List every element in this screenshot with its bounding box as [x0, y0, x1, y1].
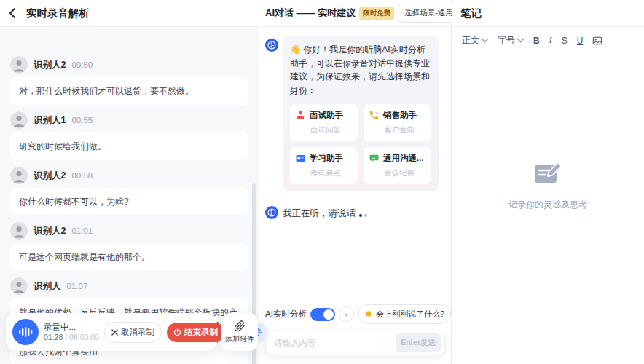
select-scene-button[interactable]: 选择场景-通用	[398, 4, 460, 23]
speaker-name: 识别人2	[34, 225, 66, 237]
ai-avatar	[265, 206, 278, 219]
ai-greeting-bubble: 👋 你好！我是你的听脑AI实时分析助手，可以在你录音对话中提供专业建议，为保证效…	[283, 36, 439, 191]
back-button[interactable]	[9, 6, 23, 20]
recording-time: 01:28 / 06:00:00	[44, 333, 99, 342]
ai-analysis-toggle[interactable]	[310, 308, 335, 321]
timestamp: 01:07	[67, 282, 88, 290]
speaker-avatar	[10, 222, 28, 240]
add-attachment-button[interactable]: 添加附件	[221, 313, 258, 351]
ai-chat-body: 👋 你好！我是你的听脑AI实时分析助手，可以在你录音对话中提供专业建议，为保证效…	[259, 27, 451, 300]
chat-input[interactable]	[274, 339, 391, 347]
transcript-entry: 识别人2 00:50 对，那什么时候我们才可以退货，要不然做。	[10, 56, 248, 105]
ai-message-listening: 我正在听，请说话	[265, 203, 445, 220]
ai-chat-title: AI对话 —— 实时建议	[265, 7, 356, 20]
transcript-entry: 识别人1 00:55 研究的时候给我们做。	[10, 111, 248, 160]
wave-emoji: 👋	[290, 44, 301, 55]
transcript-text: 研究的时候给我们做。	[10, 132, 248, 160]
recorder-bar: 录音中... 01:28 / 06:00:00 取消录制 结束录制 暂停	[6, 313, 217, 351]
speaker-avatar	[10, 167, 28, 184]
notes-empty-text: 记录你的灵感及思考	[508, 199, 587, 211]
cancel-record-button[interactable]: 取消录制	[104, 322, 162, 343]
recording-status: 录音中...	[44, 322, 99, 332]
transcript-entry: 识别人2 01:01 可是这个网页端就是有他的那个。	[10, 222, 248, 271]
ai-chat-panel: AI对话 —— 实时建议 限时免费 选择场景-通用 👋 你好！我是你的听脑AI实…	[259, 0, 452, 364]
prev-question-button[interactable]: ‹	[339, 306, 354, 322]
speaker-name: 识别人2	[34, 170, 66, 182]
note-pen-icon	[533, 161, 563, 189]
speaker-name: 识别人2	[34, 59, 66, 71]
timestamp: 00:58	[71, 171, 93, 180]
timestamp: 00:55	[71, 116, 93, 124]
listening-text: 我正在听，请说话	[283, 207, 367, 220]
power-icon	[173, 328, 181, 336]
typing-dots	[357, 209, 367, 219]
page-title: 实时录音解析	[26, 7, 90, 20]
transcript-text: 可是这个网页端就是有他的那个。	[10, 243, 248, 271]
person-icon	[10, 277, 28, 295]
assistant-card-study[interactable]: 学习助手 考试要点 ...	[290, 147, 358, 184]
brain-logo-icon	[267, 41, 276, 50]
notes-empty-state: 记录你的灵感及思考	[452, 7, 644, 364]
chevron-left-icon	[9, 8, 15, 18]
study-card-icon	[295, 153, 306, 164]
greeting-text: 👋 你好！我是你的听脑AI实时分析助手，可以在你录音对话中提供专业建议，为保证效…	[290, 43, 431, 97]
send-button[interactable]: Enter发送	[396, 333, 441, 352]
transcript-panel: 实时录音解析 识别人2 00:50 对，那什么时候我们才可以退货，要不然做。 识…	[0, 0, 259, 364]
ai-analysis-label: AI实时分析	[265, 309, 307, 320]
timestamp: 00:50	[71, 60, 93, 69]
person-icon	[10, 167, 28, 184]
quick-question-chip[interactable]: 会上刚刚说了什么?	[358, 304, 451, 324]
transcript-text: 你什么时候都不可以，为啥?	[10, 188, 248, 215]
assistant-cards: 面试助手 面试问答 ... 销售助手 客户意向 ...	[290, 104, 431, 184]
app-window: 实时录音解析 识别人2 00:50 对，那什么时候我们才可以退货，要不然做。 识…	[0, 0, 644, 364]
assistant-card-sales[interactable]: 销售助手 客户意向 ...	[364, 104, 431, 141]
person-icon	[10, 56, 28, 74]
timestamp: 01:01	[71, 226, 93, 235]
chat-input-box: Enter发送	[265, 331, 445, 355]
recording-indicator-button[interactable]	[12, 319, 39, 345]
brain-logo-icon	[267, 208, 276, 217]
speaker-avatar	[10, 277, 28, 295]
assistant-card-general[interactable]: 通用沟通... 会议纪要 ...	[364, 147, 431, 184]
ai-avatar	[265, 39, 278, 52]
transcript-entry: 识别人2 00:58 你什么时候都不可以，为啥?	[10, 167, 248, 215]
phone-icon	[369, 110, 380, 121]
person-icon	[10, 111, 28, 129]
ai-message: 👋 你好！我是你的听脑AI实时分析助手，可以在你录音对话中提供专业建议，为保证效…	[265, 36, 445, 191]
speaker-name: 识别人1	[34, 114, 66, 127]
close-icon	[111, 329, 118, 336]
paperclip-icon	[234, 320, 246, 332]
waveform-icon	[18, 325, 33, 339]
transcript-text: 对，那什么时候我们才可以退货，要不然做。	[10, 77, 248, 105]
chat-bubble-icon	[369, 153, 380, 164]
stop-record-button[interactable]: 结束录制	[167, 323, 224, 342]
interview-icon	[295, 110, 306, 121]
chevron-left-icon: ‹	[345, 310, 347, 319]
assistant-card-interview[interactable]: 面试助手 面试问答 ...	[290, 104, 358, 141]
notes-panel: 笔记 正文 字号 B I S U 记录你的灵感及	[452, 0, 644, 364]
speaker-avatar	[10, 111, 28, 129]
speaker-name: 识别人	[34, 280, 61, 293]
ai-chat-footer: AI实时分析 ‹ 会上刚刚说了什么? › Enter发送	[259, 300, 451, 364]
transcript-header: 实时录音解析	[0, 0, 259, 27]
ai-chat-header: AI对话 —— 实时建议 限时免费 选择场景-通用	[259, 0, 451, 27]
free-badge: 限时免费	[359, 7, 394, 20]
person-icon	[10, 222, 28, 240]
bell-icon	[364, 310, 373, 319]
speaker-avatar	[10, 56, 28, 74]
